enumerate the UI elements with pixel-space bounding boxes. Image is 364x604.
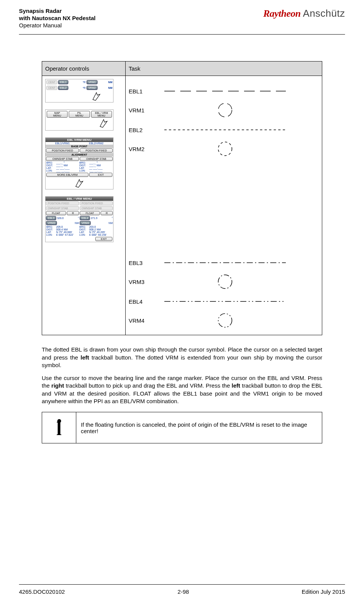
p4-lat-l2: LAT: (79, 231, 89, 233)
note-text: If the floating function is canceled, th… (76, 412, 322, 443)
p4-brg-1: 205.0 (56, 226, 79, 228)
vrm4-button[interactable]: VRM4 (80, 221, 91, 225)
r-prefix-1: *R (83, 81, 86, 84)
float-1[interactable]: FLOAT (46, 211, 66, 215)
brg-label-2: BRG: (79, 161, 89, 164)
note-table: l If the floating function is canceled, … (42, 412, 322, 443)
p4-brg-2: 203.0 (89, 226, 112, 228)
sub-ebl2vrm2: EBL2/VRM2 (79, 142, 113, 145)
p4-dist-nm2: NM (96, 228, 101, 231)
legend-vrm3: VRM3 (129, 279, 151, 285)
vrm3-button[interactable]: VRM3 (46, 221, 57, 225)
ebl-vrm-menu-panel-2: EBL / VRM MENU POSITION FIXEDPOSITION FI… (45, 196, 113, 242)
p4-brg-l2: BRG: (79, 226, 89, 228)
page-footer: 4265.DOC020102 2-98 Edition July 2015 (19, 584, 345, 595)
logo-raytheon: Raytheon (263, 8, 301, 19)
ebl4-line-icon (164, 294, 286, 309)
cursor-arrow-icon (74, 178, 85, 188)
footer-doc: 4265.DOC020102 (19, 588, 65, 595)
more-ebl-vrm-button[interactable]: MORE EBL/VRM (46, 173, 88, 177)
exit-button-1[interactable]: EXIT (89, 173, 112, 177)
p2d: left (232, 382, 240, 389)
p4-dist-nm1: NM (63, 228, 68, 231)
pos-fixed-2[interactable]: POSITION FIXED (80, 148, 113, 153)
pos-fixed-d2: POSITION FIXED (80, 201, 113, 205)
legend-ebl2: EBL2 (129, 127, 151, 133)
pos-fixed-d1: POSITION FIXED (46, 201, 79, 205)
float-2[interactable]: FLOAT (80, 211, 100, 215)
col-header-operator-controls: Operator controls (42, 62, 126, 76)
legend-vrm1: VRM1 (129, 107, 151, 114)
ebl1-line-icon (164, 84, 286, 99)
brg-val-1: ___._ ° (56, 161, 79, 164)
ebl3-button[interactable]: EBL3 (46, 216, 56, 220)
map-menu-button[interactable]: MAP MENU (47, 111, 68, 118)
p2b: right (51, 382, 64, 389)
ownship-d2: OWNSHIP STAB (80, 206, 113, 210)
p4-dist-l: DIST: (46, 228, 56, 231)
legend-ebl3: EBL3 (129, 260, 151, 266)
p2c: trackball button to pick up and drag the… (64, 382, 232, 389)
p4-lat-l: LAT: (46, 231, 56, 233)
p4-dist-1: 000.4 (56, 228, 63, 231)
lat-val-1: __ ___.___ (56, 167, 79, 169)
cursor-arrow-icon (91, 91, 102, 101)
legend-vrm4: VRM4 (129, 317, 151, 324)
vrm4-circle-icon (164, 312, 286, 329)
svg-point-3 (218, 142, 232, 156)
footer-page: 2-98 (178, 588, 189, 595)
nm-4: NM (91, 222, 113, 224)
dist-val-2: ___._ NM (89, 164, 112, 167)
pos-fixed-1[interactable]: POSITION FIXED (46, 148, 79, 153)
p4-brg-l: BRG: (46, 226, 56, 228)
operator-controls-cell: CENT EBL1 *R VRM1 NM CENT EBL2 *R VRM2 N… (42, 76, 126, 335)
p4-dist-2: 000.2 (89, 228, 96, 231)
pil-menu-button[interactable]: PIL MENU (69, 111, 90, 118)
legend-vrm2: VRM2 (129, 146, 151, 152)
col-header-task: Task (126, 62, 322, 76)
page-header: Synapsis Radar with Nautoscan NX Pedesta… (19, 8, 345, 35)
lat-label: LAT: (46, 167, 56, 169)
cent-button-2[interactable]: CENT (46, 86, 57, 90)
info-icon: l (47, 419, 71, 436)
cursor-arrow-icon (98, 118, 109, 128)
doc-title-block: Synapsis Radar with Nautoscan NX Pedesta… (19, 8, 96, 29)
p4-lat-1: N 75° 49.089' (56, 231, 79, 233)
p4-lat-2: N 75° 49.265' (89, 231, 112, 233)
nm-3: NM (58, 222, 79, 224)
footer-edition: Edition July 2015 (302, 588, 345, 595)
lon-val-2: ___ __.___ (89, 169, 112, 172)
lon-val-1: ___ __.___ (56, 169, 79, 172)
dist-label-2: DIST: (79, 164, 89, 167)
r-2[interactable]: R (101, 211, 113, 215)
p1b: left (80, 354, 89, 361)
body-text: The dotted EBL is drawn from your own sh… (42, 346, 322, 405)
ebl4-value: 271.9 (91, 217, 111, 219)
sub-ebl1vrm1: EBL1/VRM1 (46, 142, 79, 145)
ownship-1[interactable]: OWNSHIP STAB (46, 157, 79, 161)
ownship-2[interactable]: OWNSHIP STAB (80, 157, 113, 161)
task-cell: EBL1 VRM1 EBL2 VRM2 EBL3 VRM3 (126, 76, 322, 335)
ebl2-button[interactable]: EBL2 (58, 86, 68, 90)
ebl-vrm-menu-button[interactable]: EBL / VRM MENU (91, 111, 112, 118)
ownship-d1: OWNSHIP STAB (46, 206, 79, 210)
nm-label-1: NM (108, 81, 112, 84)
ebl4-button[interactable]: EBL4 (80, 216, 90, 220)
vrm2-button[interactable]: VRM2 (87, 86, 98, 90)
logo-anschutz: Anschütz (303, 8, 345, 19)
cent-button[interactable]: CENT (46, 80, 57, 84)
r-1[interactable]: R (67, 211, 79, 215)
ebl2-line-icon (164, 122, 286, 137)
exit-button-2[interactable]: EXIT (95, 237, 112, 241)
vrm2-circle-icon (164, 140, 286, 157)
p4-dist-l2: DIST: (79, 228, 89, 231)
p4-lon-l2: LON: (79, 233, 89, 236)
lon-label: LON: (46, 169, 56, 172)
legend-ebl4: EBL4 (129, 298, 151, 305)
deg-2: ° (112, 217, 113, 219)
vrm1-button[interactable]: VRM1 (87, 80, 98, 84)
svg-point-7 (218, 314, 232, 327)
dist-label: DIST: (46, 164, 56, 167)
ebl1-button[interactable]: EBL1 (58, 80, 68, 84)
panel3-title: EBL /VRM MENU (46, 138, 113, 142)
